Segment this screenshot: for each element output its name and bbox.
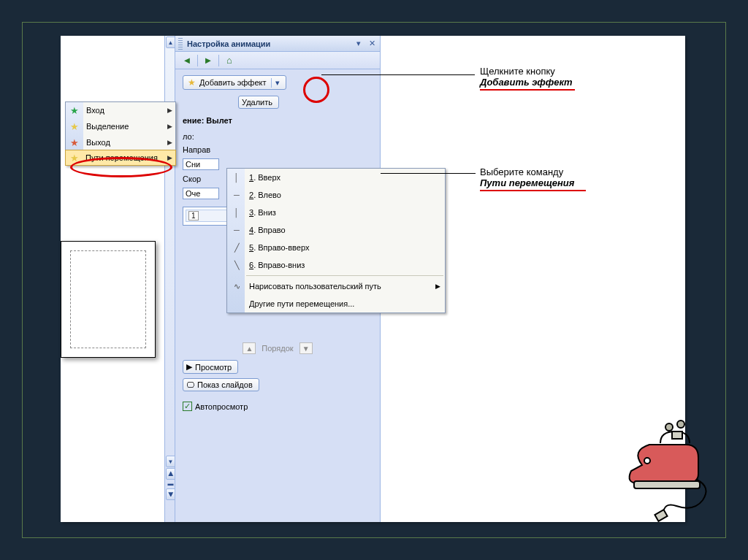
more-paths-item[interactable]: Другие пути перемещения...	[227, 295, 445, 312]
freeform-icon: ∿	[232, 282, 242, 291]
pane-grip-icon[interactable]	[178, 38, 183, 50]
add-effect-button[interactable]: ★ Добавить эффект ▾	[183, 75, 286, 90]
move-up-icon[interactable]: ▲	[243, 342, 256, 354]
move-down-icon[interactable]: ▼	[299, 342, 313, 354]
menu-item-Выделение[interactable]: ★Выделение▶	[66, 118, 175, 134]
speed-combo[interactable]: Оче	[183, 188, 219, 199]
path-label: 6. Вправо-вниз	[249, 261, 305, 269]
pane-nav: ◄ ► ⌂	[175, 52, 380, 69]
add-effect-label: Добавить эффект	[199, 78, 266, 87]
preview-label: Просмотр	[195, 363, 232, 372]
direction-value: Сни	[186, 160, 200, 169]
submenu-arrow-icon: ▶	[167, 123, 172, 130]
callout-2-text: Выберите команду	[480, 166, 563, 177]
custom-path-label: Нарисовать пользовательский путь	[249, 282, 381, 291]
chevron-down-icon: ▾	[271, 78, 280, 88]
path-direction-icon: ╱	[232, 243, 242, 253]
path-label: 5. Вправо-вверх	[249, 243, 309, 252]
speed-value: Оче	[186, 189, 200, 198]
star-icon: ★	[69, 153, 80, 164]
preview-button[interactable]: ▶ Просмотр	[183, 360, 238, 374]
path-direction-item[interactable]: ╲6. Вправо-вниз	[227, 256, 445, 274]
menu-item-label: Пути перемещения	[85, 153, 158, 162]
submenu-arrow-icon: ▶	[167, 154, 172, 161]
monitor-icon: 🖵	[186, 380, 194, 389]
svg-rect-0	[634, 481, 700, 488]
play-icon: ▶	[186, 362, 192, 372]
menu-item-label: Вход	[86, 106, 104, 115]
start-label: ло:	[183, 132, 373, 141]
nav-home-icon[interactable]: ⌂	[222, 53, 237, 68]
svg-rect-3	[672, 431, 682, 439]
path-label: 1. Вверх	[249, 173, 280, 182]
more-paths-label: Другие пути перемещения...	[249, 299, 354, 308]
path-direction-icon: ─	[232, 226, 242, 234]
path-label: 4. Вправо	[249, 226, 286, 234]
slideshow-button[interactable]: 🖵 Показ слайдов	[183, 378, 259, 391]
path-label: 2. Влево	[249, 191, 281, 199]
motion-paths-submenu: │1. Вверх─2. Влево│3. Вниз─4. Вправо╱5. …	[226, 168, 446, 313]
path-label: 3. Вниз	[249, 208, 276, 217]
autoshow-checkbox[interactable]: ✓	[183, 402, 192, 411]
submenu-arrow-icon: ▶	[167, 139, 172, 146]
menu-item-label: Выход	[86, 138, 110, 147]
connector-line	[321, 74, 475, 75]
callout-2: Выберите команду Пути перемещения	[480, 166, 626, 191]
slideshow-label: Показ слайдов	[197, 380, 253, 389]
menu-item-Выход[interactable]: ★Выход▶	[66, 134, 175, 150]
path-direction-icon: │	[232, 173, 242, 182]
effect-category-menu: ★Вход▶★Выделение▶★Выход▶★Пути перемещени…	[65, 101, 176, 166]
menu-item-Вход[interactable]: ★Вход▶	[66, 102, 175, 118]
remove-button[interactable]: Удалить	[238, 96, 279, 109]
effect-number: 1	[188, 211, 199, 220]
svg-point-4	[644, 458, 650, 464]
callout-1-text: Щелкните кнопку	[480, 66, 555, 77]
direction-label: Направ	[183, 145, 226, 154]
draw-custom-path-item[interactable]: ∿ Нарисовать пользовательский путь ▶	[227, 277, 445, 295]
path-direction-item[interactable]: ─4. Вправо	[227, 221, 445, 239]
path-direction-item[interactable]: │3. Вниз	[227, 204, 445, 221]
path-direction-item[interactable]: │1. Вверх	[227, 169, 445, 186]
direction-combo[interactable]: Сни	[183, 158, 219, 170]
path-direction-item[interactable]: ─2. Влево	[227, 186, 445, 204]
pane-menu-dropdown-icon[interactable]: ▾	[354, 39, 364, 49]
speed-label: Скор	[183, 174, 226, 183]
submenu-arrow-icon: ▶	[435, 283, 440, 290]
menu-item-label: Выделение	[86, 122, 129, 131]
star-icon: ★	[69, 105, 80, 116]
path-direction-icon: ╲	[232, 261, 242, 270]
pane-titlebar: Настройка анимации ▾ ✕	[175, 36, 380, 52]
autoshow-label: Автопросмотр	[195, 402, 248, 411]
callout-1: Щелкните кнопку Добавить эффект	[480, 66, 626, 91]
callout-1-bold: Добавить эффект	[480, 77, 573, 88]
iron-clipart	[617, 414, 719, 523]
pane-title: Настройка анимации	[186, 39, 351, 48]
svg-rect-5	[654, 510, 667, 521]
star-icon: ★	[186, 77, 196, 88]
star-icon: ★	[69, 137, 80, 148]
svg-point-1	[665, 423, 673, 431]
menu-item-Пути перемещения[interactable]: ★Пути перемещения▶	[65, 150, 176, 166]
path-direction-icon: │	[232, 208, 242, 217]
order-label: Порядок	[262, 344, 293, 353]
svg-point-2	[677, 421, 684, 428]
pane-close-icon[interactable]: ✕	[367, 39, 377, 49]
change-label: ение: Вылет	[183, 116, 373, 125]
path-direction-item[interactable]: ╱5. Вправо-вверх	[227, 239, 445, 256]
nav-back-icon[interactable]: ◄	[180, 53, 194, 68]
slide-thumbnail-fragment	[61, 241, 156, 358]
path-direction-icon: ─	[232, 191, 242, 199]
reorder-row: ▲ Порядок ▼	[183, 342, 373, 354]
remove-label: Удалить	[242, 98, 272, 107]
nav-forward-icon[interactable]: ►	[201, 53, 215, 68]
submenu-arrow-icon: ▶	[167, 107, 172, 114]
callout-2-bold: Пути перемещения	[480, 177, 574, 188]
connector-line	[381, 173, 476, 174]
star-icon: ★	[69, 121, 80, 132]
